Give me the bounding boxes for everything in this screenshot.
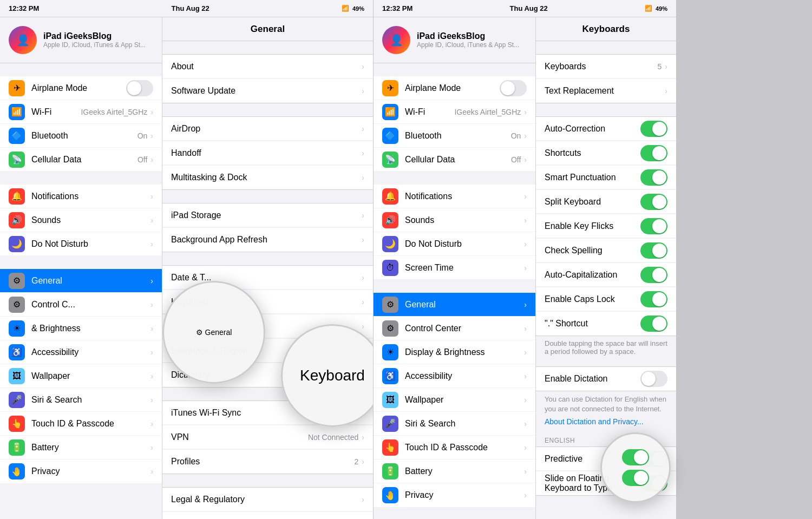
battery-icon: 49% (352, 5, 364, 12)
r-control-icon: ⚙ (382, 320, 398, 337)
storage-chevron: › (362, 211, 364, 220)
right-sidebar-cellular[interactable]: 📡 Cellular Data Off › (374, 148, 535, 172)
airplane-toggle[interactable] (126, 80, 153, 96)
wifi-icon: 📶 (342, 5, 349, 12)
sidebar-item-wifi[interactable]: 📶 Wi-Fi IGeeks Airtel_5GHz › (0, 100, 162, 124)
cellular-icon: 📡 (9, 152, 25, 168)
right-sidebar-siri[interactable]: 🎤 Siri & Search › (374, 412, 535, 436)
right-sidebar-battery[interactable]: 🔋 Battery › (374, 459, 535, 483)
r-bluetooth-icon: 🔷 (382, 128, 398, 144)
dictation-link[interactable]: About Dictation and Privacy... (536, 416, 676, 432)
right-sidebar-control[interactable]: ⚙ Control Center › (374, 317, 535, 340)
kb-toggle-capslock[interactable]: Enable Caps Lock (536, 287, 676, 311)
sidebar-item-brightness[interactable]: ☀ & Brightness › (0, 317, 162, 340)
sidebar-item-battery[interactable]: 🔋 Battery › (0, 436, 162, 459)
privacy-chevron: › (150, 467, 153, 476)
right-sidebar-wifi[interactable]: 📶 Wi-Fi IGeeks Airtel_5GHz › (374, 100, 535, 124)
sidebar-item-control[interactable]: ⚙ Control C... › (0, 293, 162, 317)
kb-toggle-autocap[interactable]: Auto-Capitalization (536, 263, 676, 287)
right-sidebar-screentime[interactable]: ⏱ Screen Time › (374, 256, 535, 280)
enablekeyflicks-toggle[interactable] (640, 218, 667, 234)
sidebar-item-wallpaper[interactable]: 🖼 Wallpaper › (0, 364, 162, 388)
kb-nav-keyboards[interactable]: Keyboards 5 › (536, 55, 676, 78)
list-item-legal[interactable]: Legal & Regulatory › (162, 488, 373, 511)
list-item-vpn[interactable]: VPN Not Connected › (162, 425, 373, 449)
about-chevron: › (362, 62, 364, 71)
splitkeyboard-toggle[interactable] (640, 194, 667, 210)
right-sidebar-notifications[interactable]: 🔔 Notifications › (374, 185, 535, 208)
sidebar-item-sounds[interactable]: 🔊 Sounds › (0, 208, 162, 232)
kb-toggle-shortcut[interactable]: "." Shortcut (536, 312, 676, 336)
kb-toggle-shortcuts[interactable]: Shortcuts (536, 141, 676, 165)
shortcut-toggle[interactable] (640, 316, 667, 332)
kb-toggle-dictation[interactable]: Enable Dictation (536, 367, 676, 391)
cellular-chevron: › (150, 155, 153, 164)
sidebar-item-notifications[interactable]: 🔔 Notifications › (0, 185, 162, 208)
vpn-label: VPN (171, 432, 308, 442)
r-siri-chevron: › (524, 419, 527, 428)
dictation-toggle[interactable] (640, 371, 667, 387)
kb-toggle-checkspelling[interactable]: Check Spelling (536, 239, 676, 262)
r-airplane-toggle[interactable] (500, 80, 527, 96)
r-notifications-chevron: › (524, 192, 527, 201)
datetime-label: Date & T... (171, 273, 362, 283)
checkspelling-toggle[interactable] (640, 242, 667, 259)
list-item-about[interactable]: About › (162, 55, 373, 78)
r-donotdisturb-label: Do Not Disturb (405, 239, 524, 249)
right-sidebar-general[interactable]: ⚙ General › (374, 293, 535, 317)
list-item-storage[interactable]: iPad Storage › (162, 203, 373, 227)
sidebar-item-siri[interactable]: 🎤 Siri & Search › (0, 388, 162, 412)
autocap-toggle[interactable] (640, 267, 667, 283)
list-item-softwareupdate[interactable]: Software Update › (162, 79, 373, 103)
r-cellular-icon: 📡 (382, 152, 398, 168)
right-sidebar-privacy[interactable]: 🤚 Privacy › (374, 483, 535, 507)
left-nav-title: General (251, 24, 285, 35)
list-item-handoff[interactable]: Handoff › (162, 141, 373, 165)
kb-toggle-smartpunctuation[interactable]: Smart Punctuation (536, 166, 676, 189)
shortcuts-toggle[interactable] (640, 145, 667, 161)
sidebar-item-touchid[interactable]: 👆 Touch ID & Passcode › (0, 412, 162, 436)
list-item-profiles[interactable]: Profiles 2 › (162, 450, 373, 474)
sidebar-item-airplane[interactable]: ✈ Airplane Mode (0, 76, 162, 100)
right-ipad-panel: 12:32 PM Thu Aug 22 📶 49% 👤 iPad iGeeksB… (374, 0, 677, 519)
r-privacy-label: Privacy (405, 490, 524, 500)
kb-keyboards-chevron: › (665, 62, 667, 71)
smartpunctuation-toggle[interactable] (640, 169, 667, 186)
kb-toggle-enablekeyflicks[interactable]: Enable Key Flicks (536, 214, 676, 238)
kb-keyboards-value: 5 (658, 62, 662, 71)
left-profile-section[interactable]: 👤 iPad iGeeksBlog Apple ID, iCloud, iTun… (0, 17, 162, 63)
accessibility-chevron: › (150, 348, 153, 357)
multitasking-chevron: › (362, 173, 364, 182)
sidebar-item-bluetooth[interactable]: 🔷 Bluetooth On › (0, 124, 162, 148)
list-item-bgrefresh[interactable]: Background App Refresh › (162, 228, 373, 252)
list-item-reset[interactable]: Reset › (162, 512, 373, 519)
sidebar-item-cellular[interactable]: 📡 Cellular Data Off › (0, 148, 162, 172)
sidebar-item-privacy[interactable]: 🤚 Privacy › (0, 459, 162, 483)
r-brightness-chevron: › (524, 348, 527, 357)
kb-nav-textreplacement[interactable]: Text Replacement › (536, 79, 676, 103)
right-sidebar-touchid[interactable]: 👆 Touch ID & Passcode › (374, 436, 535, 459)
cellular-label: Cellular Data (31, 155, 137, 165)
right-sidebar-wallpaper[interactable]: 🖼 Wallpaper › (374, 388, 535, 412)
general-chevron: › (150, 277, 153, 285)
capslock-toggle[interactable] (640, 291, 667, 307)
general-icon: ⚙ (9, 273, 25, 289)
kb-toggle-splitkeyboard[interactable]: Split Keyboard (536, 190, 676, 214)
kb-toggle-autocorrection[interactable]: Auto-Correction (536, 117, 676, 141)
right-sidebar-accessibility[interactable]: ♿ Accessibility › (374, 364, 535, 388)
blank-chevron: › (362, 322, 364, 331)
list-item-airdrop[interactable]: AirDrop › (162, 117, 373, 141)
right-settings-sidebar: 👤 iPad iGeeksBlog Apple ID, iCloud, iTun… (374, 17, 536, 519)
sidebar-item-accessibility[interactable]: ♿ Accessibility › (0, 340, 162, 364)
right-sidebar-bluetooth[interactable]: 🔷 Bluetooth On › (374, 124, 535, 148)
autocorrection-toggle[interactable] (640, 121, 667, 137)
right-sidebar-airplane[interactable]: ✈ Airplane Mode (374, 76, 535, 100)
right-sidebar-sounds[interactable]: 🔊 Sounds › (374, 208, 535, 232)
sidebar-item-donotdisturb[interactable]: 🌙 Do Not Disturb › (0, 232, 162, 256)
list-item-multitasking[interactable]: Multitasking & Dock › (162, 166, 373, 189)
kb-shortcut-label: "." Shortcut (545, 319, 640, 329)
right-sidebar-donotdisturb[interactable]: 🌙 Do Not Disturb › (374, 232, 535, 256)
sidebar-item-general[interactable]: ⚙ General › (0, 269, 162, 293)
right-sidebar-brightness[interactable]: ☀ Display & Brightness › (374, 340, 535, 364)
right-profile-section[interactable]: 👤 iPad iGeeksBlog Apple ID, iCloud, iTun… (374, 17, 535, 63)
